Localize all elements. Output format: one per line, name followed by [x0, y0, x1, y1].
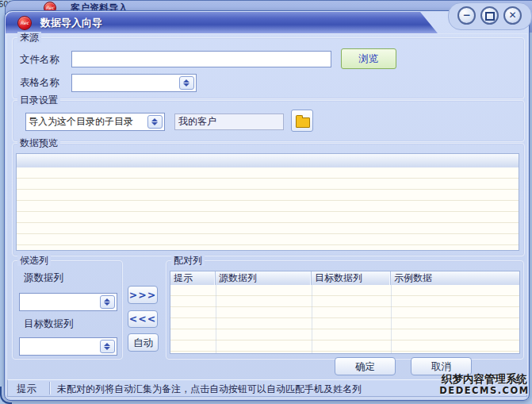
close-button[interactable]: ✕ [503, 6, 522, 25]
paired-columns-table[interactable]: 提示 源数据列 目标数据列 示例数据 [170, 271, 520, 354]
file-name-input[interactable] [71, 51, 331, 67]
minimize-icon: − [462, 10, 470, 21]
directory-group-label: 目录设置 [17, 94, 60, 106]
dialog-title: 数据导入向导 [40, 12, 102, 33]
dialog-titlebar: Rec 数据导入向导 [6, 12, 438, 33]
candidate-group: 候选列 源数据列 目标数据列 [12, 260, 123, 360]
preview-group-label: 数据预览 [17, 137, 60, 148]
column-header-source: 源数据列 [216, 271, 312, 285]
column-separator [216, 285, 216, 353]
column-separator [391, 285, 392, 353]
minimize-button[interactable]: − [457, 6, 476, 25]
screen: 6020 Rec 客户资料导入 − ✕ Rec 数据导入向导 来源 文件名称 浏… [0, 0, 532, 404]
target-directory-field[interactable]: 我的客户 [174, 114, 284, 130]
paired-group: 配对列 提示 源数据列 目标数据列 示例数据 [166, 260, 524, 360]
maximize-button[interactable] [480, 6, 499, 25]
target-column-label: 目标数据列 [24, 317, 74, 331]
updown-arrows-icon[interactable] [100, 295, 115, 309]
preview-list-header [17, 154, 519, 168]
directory-mode-combobox[interactable]: 导入为这个目录的子目录 [25, 113, 165, 131]
auto-match-button[interactable]: 自动 [128, 333, 159, 352]
close-icon: ✕ [508, 10, 516, 21]
column-header-hint: 提示 [170, 271, 216, 285]
status-separator [49, 382, 50, 394]
folder-icon [296, 117, 310, 128]
ok-button[interactable]: 确定 [335, 357, 396, 375]
target-column-combobox[interactable] [19, 337, 117, 356]
choose-directory-button[interactable] [291, 110, 313, 132]
add-pair-button[interactable]: >>> [128, 286, 158, 304]
preview-list-body[interactable] [17, 167, 519, 250]
watermark-line1: 织梦内容管理系统 [438, 372, 531, 385]
preview-group: 数据预览 [12, 143, 525, 256]
data-preview-list[interactable] [16, 153, 519, 251]
directory-group: 目录设置 导入为这个目录的子目录 我的客户 [12, 100, 525, 142]
status-message: 未配对的列将自动汇集为备注，点击自动按钮可以自动匹配手机及姓名列 [57, 383, 362, 396]
column-header-target: 目标数据列 [312, 271, 391, 285]
source-column-combobox[interactable] [19, 293, 117, 311]
remove-pair-button[interactable]: <<< [128, 310, 158, 328]
updown-arrows-icon[interactable] [147, 115, 163, 129]
source-group-label: 来源 [17, 32, 41, 43]
directory-mode-value: 导入为这个目录的子目录 [29, 114, 147, 129]
app-logo-icon: Rec [17, 16, 32, 30]
table-name-label: 表格名称 [20, 76, 59, 90]
maximize-icon [485, 12, 495, 21]
source-column-label: 源数据列 [24, 271, 63, 285]
browse-button[interactable]: 浏览 [341, 48, 396, 69]
table-name-combobox[interactable] [71, 74, 197, 92]
status-label: 提示 [17, 383, 36, 396]
paired-group-label: 配对列 [171, 255, 205, 266]
column-header-sample: 示例数据 [391, 271, 519, 285]
data-import-wizard-dialog: Rec 数据导入向导 来源 文件名称 浏览 表格名称 目录设置 导入为这个目录的… [4, 10, 530, 401]
dedecms-watermark: 织梦内容管理系统 DEDECMS.COM [438, 372, 531, 396]
paired-table-header: 提示 源数据列 目标数据列 示例数据 [170, 271, 519, 286]
column-separator [312, 285, 312, 353]
source-group: 来源 文件名称 浏览 表格名称 [12, 37, 525, 99]
candidate-group-label: 候选列 [17, 255, 51, 266]
paired-table-body[interactable] [170, 285, 519, 353]
updown-arrows-icon[interactable] [100, 340, 115, 353]
updown-arrows-icon[interactable] [179, 76, 194, 90]
watermark-line2: DEDECMS.COM [438, 385, 531, 396]
file-name-label: 文件名称 [20, 53, 59, 67]
